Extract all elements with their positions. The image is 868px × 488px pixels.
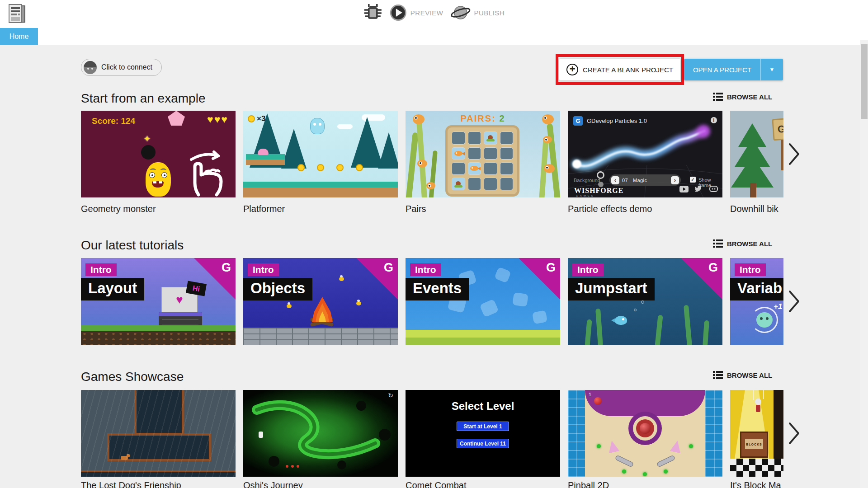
info-icon[interactable]: i — [711, 117, 717, 123]
card-tile — [500, 147, 514, 160]
tutorial-card-objects[interactable]: G Intro Objects — [243, 258, 398, 345]
ground-grass — [243, 182, 398, 188]
section-title-tutorials: Our latest tutorials — [81, 238, 184, 253]
card-tile-snail — [484, 131, 497, 145]
seaweed — [406, 132, 419, 197]
heart-icon: ♥ — [176, 293, 183, 307]
publish-button[interactable]: PUBLISH — [450, 4, 505, 22]
hearts-lives: ♥♥♥ — [207, 113, 228, 126]
card-title: Particle effects demo — [568, 204, 652, 214]
tutorial-name: Variab — [730, 278, 783, 300]
browse-all-tutorials[interactable]: BROWSE ALL — [713, 239, 772, 248]
spike-ball — [337, 460, 346, 469]
card-title: Platformer — [243, 204, 285, 214]
tab-home[interactable]: Home — [0, 28, 38, 45]
social-icons — [679, 186, 718, 192]
slime — [258, 149, 269, 155]
showcase-card-lost-dog[interactable] — [81, 390, 236, 477]
example-card-geometry-monster[interactable]: Score: 124 ♥♥♥ ✦ — [81, 111, 236, 197]
example-card-pairs[interactable]: PAIRS: 2 — [406, 111, 560, 197]
example-card-particle-effects[interactable]: G GDevelop Particles 1.0 i Background ‹ … — [568, 111, 722, 197]
rain-overlay — [81, 390, 236, 477]
effect-selector[interactable]: ‹ 07 - Magic › — [609, 174, 681, 186]
bee — [287, 304, 292, 308]
card-tile — [484, 162, 497, 175]
cloud — [337, 124, 353, 129]
card-tile — [452, 162, 465, 175]
showcase-card-blocks[interactable]: BLOCKS — [730, 390, 783, 477]
wishforge-sub: GAMES — [576, 194, 595, 197]
browse-all-showcase[interactable]: BROWSE ALL — [713, 371, 772, 379]
card-tile — [500, 162, 514, 175]
scroll-right-examples[interactable] — [788, 143, 800, 165]
start-level-button: Start at Level 1 — [457, 422, 509, 431]
tutorial-card-layout[interactable]: G ♥ Hi Intro Layout — [81, 258, 236, 345]
hi-text: Hi — [192, 284, 201, 293]
plus-circle-icon: + — [566, 64, 578, 75]
card-tile — [468, 147, 481, 160]
project-manager-icon[interactable] — [7, 4, 27, 25]
browse-all-examples[interactable]: BROWSE ALL — [713, 93, 772, 101]
crate-label: BLOCKS — [745, 439, 763, 449]
showcase-card-comet-combat[interactable]: Select Level Start at Level 1 Continue L… — [406, 390, 560, 477]
pentagon-shape — [168, 111, 185, 126]
flipper-right — [656, 455, 676, 467]
scroll-right-tutorials[interactable] — [788, 290, 800, 313]
showcase-card-oshi[interactable]: ↻ — [243, 390, 398, 477]
show-frame-checkbox[interactable]: ✓ — [690, 177, 696, 183]
green-path — [243, 390, 398, 477]
create-blank-project-button[interactable]: + CREATE A BLANK PROJECT — [559, 59, 680, 80]
score-text: 1 — [589, 392, 591, 397]
card-title: Comet Combat — [406, 480, 467, 488]
card-tile — [484, 147, 497, 160]
spike-ball — [356, 401, 366, 411]
showcase-card-pinball[interactable]: 1 — [568, 390, 722, 477]
next-effect-button[interactable]: › — [671, 176, 679, 184]
scrollbar-thumb[interactable] — [861, 44, 868, 119]
card-title: The Lost Dog's Frienship — [81, 480, 181, 488]
tutorial-card-jumpstart[interactable]: G Intro Jumpstart — [568, 258, 722, 345]
intro-badge: Intro — [410, 263, 441, 276]
coin — [297, 164, 305, 171]
pairs-board — [445, 125, 519, 197]
scrollbar-track[interactable] — [860, 40, 868, 488]
card-title: Geometry monster — [81, 204, 156, 214]
connect-label: Click to connect — [101, 63, 152, 71]
fish — [544, 164, 555, 173]
open-label: OPEN A PROJECT — [684, 59, 760, 80]
cloud — [362, 114, 385, 121]
bubble — [641, 300, 644, 304]
plus-glyph: + — [570, 64, 576, 74]
player-character — [310, 118, 325, 134]
browse-all-label: BROWSE ALL — [727, 371, 772, 379]
tutorial-card-variables[interactable]: +1 Intro Variab — [730, 258, 783, 345]
prev-effect-button[interactable]: ‹ — [611, 176, 619, 184]
intro-badge: Intro — [572, 263, 604, 276]
preview-button[interactable]: PREVIEW — [390, 4, 443, 21]
seaweed — [416, 119, 428, 197]
tutorial-card-events[interactable]: G Intro Events — [406, 258, 560, 345]
avatar-eye — [91, 68, 93, 70]
tutorial-name: Layout — [81, 278, 144, 300]
open-dropdown-button[interactable]: ▼ — [760, 59, 783, 80]
seaweed — [655, 315, 663, 345]
red-dots — [286, 465, 288, 468]
monster-brow — [160, 169, 166, 171]
open-project-button[interactable]: OPEN A PROJECT ▼ — [684, 59, 783, 80]
tab-home-label: Home — [9, 33, 29, 41]
connect-button[interactable]: Click to connect — [81, 59, 162, 76]
puppet — [748, 390, 771, 417]
scroll-right-showcase[interactable] — [788, 422, 800, 445]
example-card-platformer[interactable]: ×3 — [243, 111, 398, 197]
sign-letter: G — [777, 123, 783, 136]
color-swatch-outline[interactable] — [597, 171, 604, 179]
light — [643, 472, 647, 476]
player-character — [259, 432, 263, 438]
example-card-downhill[interactable]: G — [730, 111, 783, 197]
debugger-icon[interactable] — [363, 3, 382, 23]
avatar-icon — [84, 61, 97, 74]
pairs-value: 2 — [499, 113, 505, 123]
fish — [417, 160, 427, 168]
effect-name: 07 - Magic — [622, 178, 668, 183]
ground-dirt — [243, 188, 398, 197]
